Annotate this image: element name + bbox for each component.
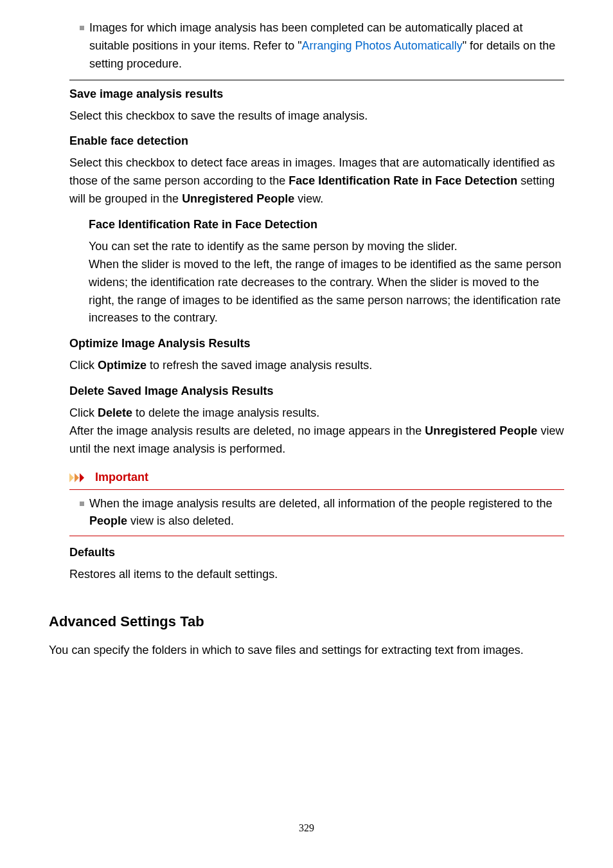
svg-marker-0 — [69, 473, 74, 482]
important-label: Important — [95, 469, 148, 487]
body-enable-face: Select this checkbox to detect face area… — [69, 154, 564, 208]
svg-marker-2 — [80, 473, 84, 482]
important-divider-bottom — [69, 536, 564, 536]
body-face-rate-1: You can set the rate to identify as the … — [89, 238, 564, 256]
note-bullet-item: Images for which image analysis has been… — [80, 19, 564, 73]
body-optimize: Click Optimize to refresh the saved imag… — [69, 357, 564, 375]
heading-save-results: Save image analysis results — [69, 86, 564, 104]
important-bullet-item: When the image analysis results are dele… — [80, 495, 564, 531]
heading-delete: Delete Saved Image Analysis Results — [69, 383, 564, 401]
body-advanced: You can specify the folders in which to … — [49, 642, 564, 660]
heading-optimize: Optimize Image Analysis Results — [69, 335, 564, 353]
body-delete-2: After the image analysis results are del… — [69, 422, 564, 458]
heading-enable-face: Enable face detection — [69, 132, 564, 150]
svg-marker-1 — [75, 473, 79, 482]
body-save-results: Select this checkbox to save the results… — [69, 107, 564, 125]
heading-defaults: Defaults — [69, 544, 564, 562]
page-number: 329 — [49, 820, 564, 856]
body-defaults: Restores all items to the default settin… — [69, 566, 564, 584]
important-header: Important — [69, 469, 564, 487]
important-text: When the image analysis results are dele… — [89, 495, 564, 531]
body-face-rate-2: When the slider is moved to the left, th… — [89, 256, 564, 328]
chevrons-right-icon — [69, 472, 91, 484]
square-bullet-icon — [80, 502, 84, 506]
heading-face-rate: Face Identification Rate in Face Detecti… — [89, 216, 564, 234]
square-bullet-icon — [80, 26, 84, 30]
heading-advanced: Advanced Settings Tab — [49, 611, 564, 633]
important-divider-top — [69, 489, 564, 490]
note-text: Images for which image analysis has been… — [89, 19, 564, 73]
arranging-photos-link[interactable]: Arranging Photos Automatically — [302, 39, 463, 52]
divider — [69, 80, 564, 80]
body-delete-1: Click Delete to delete the image analysi… — [69, 404, 564, 422]
